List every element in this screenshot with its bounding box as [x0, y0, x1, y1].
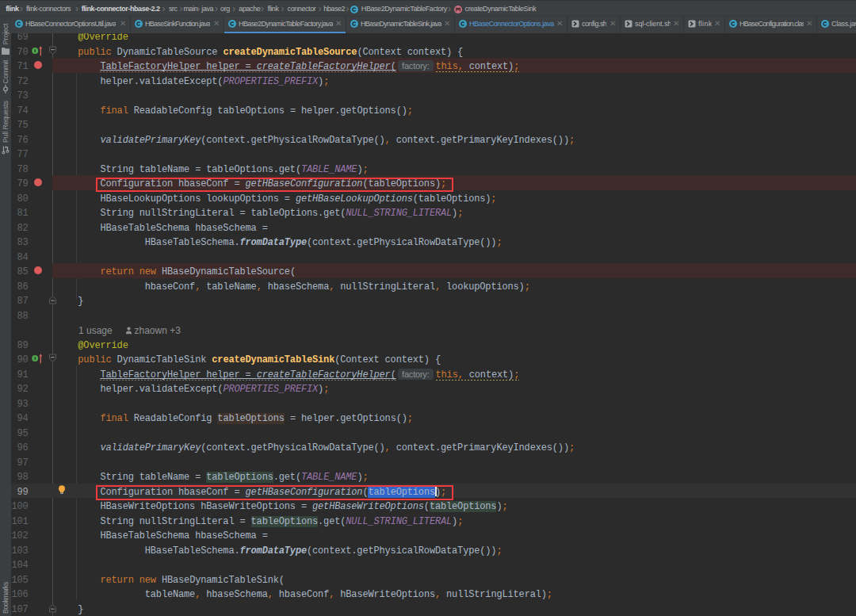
svg-text:Project: Project	[2, 23, 10, 44]
svg-text:Pull Requests: Pull Requests	[2, 100, 10, 143]
svg-text:Commit: Commit	[2, 59, 10, 83]
svg-text:Bookmarks: Bookmarks	[2, 581, 10, 614]
